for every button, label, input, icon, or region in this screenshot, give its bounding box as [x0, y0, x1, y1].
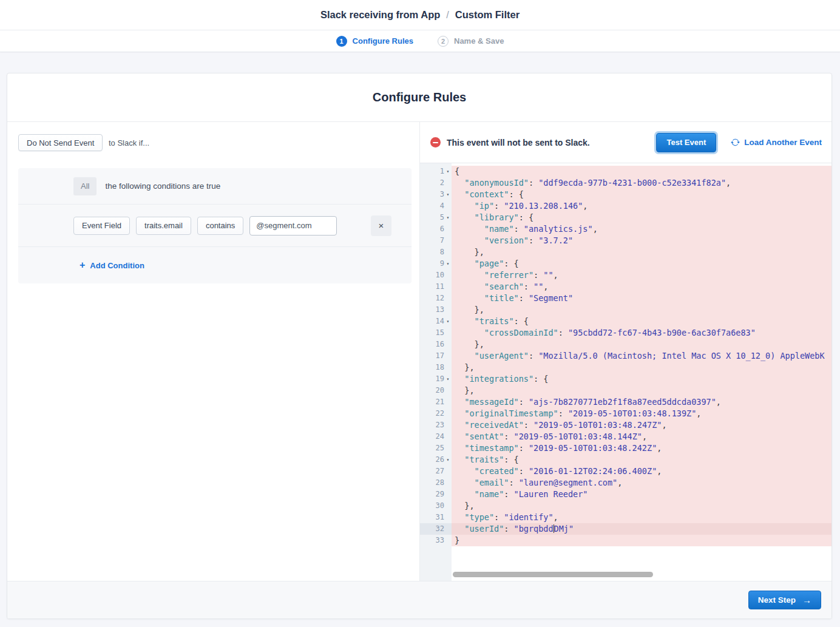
fold-arrow-icon[interactable]: ▾ — [444, 316, 452, 327]
code-line[interactable]: }, — [452, 500, 832, 512]
gutter-line-number[interactable]: 14▾ — [420, 316, 452, 327]
fold-arrow-icon[interactable]: ▾ — [444, 373, 452, 385]
gutter-line-number[interactable]: 7 — [420, 235, 452, 246]
json-punctuation — [455, 524, 464, 534]
json-key: "name" — [475, 489, 504, 499]
gutter-line-number[interactable]: 10 — [420, 269, 452, 281]
gutter-line-number[interactable]: 22 — [420, 408, 452, 419]
all-badge[interactable]: All — [73, 177, 97, 195]
code-line[interactable]: "integrations": { — [452, 373, 832, 385]
gutter-line-number[interactable]: 24 — [420, 431, 452, 442]
json-punctuation — [455, 466, 475, 476]
step-2-circle: 2 — [438, 36, 449, 47]
code-line[interactable]: "title": "Segment" — [452, 293, 832, 304]
gutter-line-number[interactable]: 16 — [420, 339, 452, 350]
step-name-and-save[interactable]: 2 Name & Save — [438, 36, 504, 47]
code-line[interactable]: "type": "identify", — [452, 512, 832, 523]
code-line[interactable]: "library": { — [452, 212, 832, 223]
code-line[interactable]: "sentAt": "2019-05-10T01:03:48.144Z", — [452, 431, 832, 442]
code-line[interactable]: "search": "", — [452, 281, 832, 293]
code-line[interactable]: "context": { — [452, 189, 832, 200]
gutter-line-number[interactable]: 31 — [420, 512, 452, 523]
gutter-line-number[interactable]: 4 — [420, 200, 452, 212]
gutter-line-number[interactable]: 28 — [420, 477, 452, 489]
gutter-line-number[interactable]: 2 — [420, 177, 452, 189]
code-line[interactable]: } — [452, 535, 832, 546]
code-line[interactable]: }, — [452, 385, 832, 396]
test-event-button[interactable]: Test Event — [656, 133, 716, 152]
code-line[interactable]: "originalTimestamp": "2019-05-10T01:03:4… — [452, 408, 832, 419]
gutter-line-number[interactable]: 27 — [420, 466, 452, 477]
code-line[interactable]: }, — [452, 339, 832, 350]
code-line[interactable]: "traits": { — [452, 316, 832, 327]
code-line[interactable]: "receivedAt": "2019-05-10T01:03:48.247Z"… — [452, 419, 832, 431]
code-line[interactable]: { — [452, 166, 832, 177]
gutter-line-number[interactable]: 5▾ — [420, 212, 452, 223]
code-line[interactable]: "traits": { — [452, 454, 832, 466]
code-line[interactable]: }, — [452, 304, 832, 316]
code-line[interactable]: "page": { — [452, 258, 832, 269]
step-configure-rules[interactable]: 1 Configure Rules — [336, 36, 413, 47]
fold-arrow-icon[interactable]: ▾ — [444, 454, 452, 466]
operator-button[interactable]: contains — [197, 217, 243, 235]
load-another-event-button[interactable]: Load Another Event — [731, 138, 822, 147]
gutter-line-number[interactable]: 33 — [420, 535, 452, 546]
json-punctuation: , — [657, 443, 662, 453]
code-line[interactable]: "ip": "210.13.208.146", — [452, 200, 832, 212]
json-key: "ip" — [475, 201, 495, 211]
gutter-line-number[interactable]: 3▾ — [420, 189, 452, 200]
code-line[interactable]: "userAgent": "Mozilla/5.0 (Macintosh; In… — [452, 350, 832, 362]
gutter-line-number[interactable]: 30 — [420, 500, 452, 512]
fold-arrow-icon[interactable]: ▾ — [444, 189, 452, 200]
code-line[interactable]: "messageId": "ajs-7b8270771eb2f1f8a87eed… — [452, 396, 832, 408]
line-number: 4 — [440, 200, 444, 212]
gutter-line-number[interactable]: 1▾ — [420, 166, 452, 177]
field-path-button[interactable]: traits.email — [136, 217, 191, 235]
configure-rules-card: Configure Rules Do Not Send Event to Sla… — [7, 73, 832, 619]
gutter-line-number[interactable]: 8 — [420, 246, 452, 258]
code-line[interactable]: "email": "lauren@segment.com", — [452, 477, 832, 489]
gutter-line-number[interactable]: 17 — [420, 350, 452, 362]
remove-condition-button[interactable]: × — [371, 215, 391, 236]
breadcrumb-parent[interactable]: Slack receiving from App — [320, 9, 440, 21]
code-line[interactable]: "anonymousId": "ddf9ecda-977b-4231-b000-… — [452, 177, 832, 189]
gutter-line-number[interactable]: 21 — [420, 396, 452, 408]
gutter-line-number[interactable]: 20 — [420, 385, 452, 396]
gutter-line-number[interactable]: 26▾ — [420, 454, 452, 466]
code-line[interactable]: "created": "2016-01-12T02:24:06.400Z", — [452, 466, 832, 477]
condition-value-input[interactable] — [249, 216, 337, 236]
gutter-line-number[interactable]: 12 — [420, 293, 452, 304]
gutter-line-number[interactable]: 25 — [420, 442, 452, 454]
gutter-line-number[interactable]: 19▾ — [420, 373, 452, 385]
gutter-line-number[interactable]: 32 — [420, 523, 452, 535]
code-line[interactable]: "timestamp": "2019-05-10T01:03:48.242Z", — [452, 442, 832, 454]
code-line[interactable]: "name": "Lauren Reeder" — [452, 489, 832, 500]
line-number: 33 — [436, 535, 444, 546]
code-line[interactable]: "referrer": "", — [452, 269, 832, 281]
add-condition-button[interactable]: + Add Condition — [80, 260, 144, 270]
gutter-line-number[interactable]: 23 — [420, 419, 452, 431]
next-step-button[interactable]: Next Step → — [748, 591, 821, 609]
gutter-line-number[interactable]: 11 — [420, 281, 452, 293]
code-line[interactable]: }, — [452, 246, 832, 258]
filter-action-button[interactable]: Do Not Send Event — [18, 134, 103, 151]
fold-arrow-icon[interactable]: ▾ — [444, 166, 452, 177]
json-punctuation: : — [519, 466, 529, 476]
fold-arrow-icon[interactable]: ▾ — [444, 258, 452, 269]
gutter-line-number[interactable]: 6 — [420, 223, 452, 235]
code-line[interactable]: "userId": "bgrqbddDMj" — [452, 523, 832, 535]
code-line[interactable]: "crossDomainId": "95cbdd72-fc67-4b43-b90… — [452, 327, 832, 339]
field-type-button[interactable]: Event Field — [73, 217, 130, 235]
code-line[interactable]: "version": "3.7.2" — [452, 235, 832, 246]
blocked-minus-icon — [430, 137, 441, 147]
gutter-line-number[interactable]: 29 — [420, 489, 452, 500]
json-editor[interactable]: 1▾23▾45▾6789▾1011121314▾1516171819▾20212… — [420, 163, 832, 581]
code-line[interactable]: }, — [452, 362, 832, 373]
code-line[interactable]: "name": "analytics.js", — [452, 223, 832, 235]
gutter-line-number[interactable]: 15 — [420, 327, 452, 339]
gutter-line-number[interactable]: 9▾ — [420, 258, 452, 269]
gutter-line-number[interactable]: 13 — [420, 304, 452, 316]
gutter-line-number[interactable]: 18 — [420, 362, 452, 373]
horizontal-scrollbar[interactable] — [453, 572, 653, 577]
fold-arrow-icon[interactable]: ▾ — [444, 212, 452, 223]
